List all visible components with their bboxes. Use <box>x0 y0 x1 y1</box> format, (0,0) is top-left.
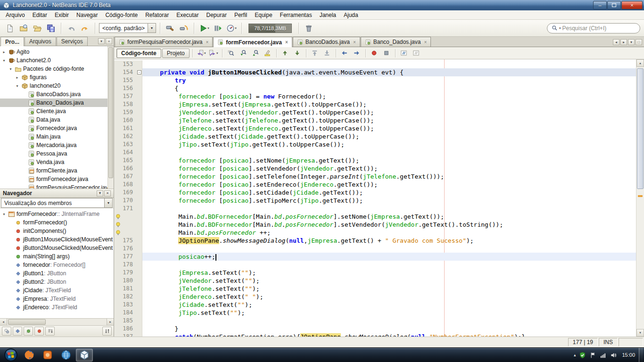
project-item-main-java[interactable]: Main.java <box>0 132 107 141</box>
project-item-figuras[interactable]: ▸figuras <box>0 73 107 82</box>
scroll-up-icon[interactable]: ▴ <box>636 59 644 67</box>
start-button[interactable] <box>4 348 17 362</box>
uncomment-button[interactable] <box>411 49 422 58</box>
project-item-agito[interactable]: ▸Agito <box>0 48 107 56</box>
member-initcomponents[interactable]: initComponents() <box>0 227 114 235</box>
navigator-root[interactable]: ▾formFornecedor :: JInternalFrame <box>0 210 114 218</box>
sidebar-tab-servi-os[interactable]: Serviços <box>57 37 88 46</box>
navigator-header[interactable]: Navegador ▾ × <box>0 189 114 198</box>
dropdown-caret-icon[interactable]: ▾ <box>207 26 209 30</box>
menu-arquivo[interactable]: Arquivo <box>2 11 29 19</box>
sort-by-source-button[interactable] <box>102 327 112 336</box>
sort-alpha-button[interactable] <box>45 327 55 336</box>
view-selector[interactable]: Visualização dos membros ▼ <box>1 198 113 208</box>
projects-panel[interactable]: ▸Agito▾Lanchonet2.0▾Pacotes de código-fo… <box>0 46 114 189</box>
close-tab-icon[interactable]: × <box>285 40 288 45</box>
record-macro-button[interactable] <box>381 49 392 58</box>
member-fornecedor[interactable]: fornecedor : Fornecedor[] <box>0 261 114 269</box>
menu-equipe[interactable]: Equipe <box>251 11 276 19</box>
scroll-tabs-left-button[interactable]: ◂ <box>613 39 619 45</box>
minimize-button[interactable]: – <box>593 1 607 9</box>
history-back-button[interactable]: ▾ <box>196 49 207 58</box>
new-project-button[interactable] <box>17 22 30 34</box>
project-tree[interactable]: ▸Agito▾Lanchonet2.0▾Pacotes de código-fo… <box>0 46 107 189</box>
find-previous-button[interactable] <box>250 49 261 58</box>
memory-monitor[interactable]: 78,7/118,3MB <box>248 24 292 33</box>
show-fields-button[interactable] <box>13 327 22 336</box>
shift-left-button[interactable] <box>339 49 350 58</box>
member-main-string-args[interactable]: main(String[] args) <box>0 252 114 261</box>
comment-button[interactable] <box>398 49 410 58</box>
project-item-pessoa-java[interactable]: Pessoa.java <box>0 149 107 158</box>
show-static-button[interactable] <box>24 327 33 336</box>
editor-vscrollbar[interactable]: ▴ ▾ <box>636 59 644 337</box>
navigator-close-button[interactable]: × <box>104 190 111 197</box>
taskbar-clock[interactable]: 15:00 <box>618 352 639 358</box>
editor-tab-banco-dados-java[interactable]: Banco_Dados.java× <box>361 37 431 47</box>
warning-badge[interactable] <box>114 213 136 221</box>
project-item-data-java[interactable]: Data.java <box>0 115 107 124</box>
scroll-tabs-right-button[interactable]: ▸ <box>620 39 627 45</box>
restore-button[interactable] <box>607 1 621 9</box>
occurrence-mark[interactable] <box>638 195 643 197</box>
member-jcidade[interactable]: jCidade : JTextField <box>0 286 114 295</box>
history-forward-button[interactable]: ▾ <box>208 49 219 58</box>
navigator-hscrollbar[interactable]: ◂ ▸ <box>0 318 114 325</box>
vscroll-thumb[interactable] <box>108 47 113 178</box>
dropdown-caret-icon[interactable]: ▾ <box>235 26 237 30</box>
project-item-lanchonet2-0[interactable]: ▾Lanchonet2.0 <box>0 56 107 65</box>
source-view-button[interactable]: Código-fonte <box>116 49 161 58</box>
maximize-editor-button[interactable]: □ <box>636 39 642 45</box>
next-bookmark-button[interactable] <box>322 49 333 58</box>
find-next-button[interactable] <box>238 49 249 58</box>
menu-ajuda[interactable]: Ajuda <box>340 11 362 19</box>
project-item-formcliente-java[interactable]: formCliente.java <box>0 166 107 175</box>
show-non-public-button[interactable] <box>34 327 44 336</box>
menu-c-digo-fonte[interactable]: Código-fonte <box>101 11 141 19</box>
panel-minimize-button[interactable]: ▾ <box>98 38 105 44</box>
toggle-highlight-button[interactable] <box>262 49 273 58</box>
member-jbutton2mouseclicked-mouseevent-evt[interactable]: jButton2MouseClicked(MouseEvent evt) <box>0 244 114 252</box>
expand-toggle-icon[interactable]: ▾ <box>1 212 7 216</box>
build-button[interactable] <box>164 22 176 34</box>
expand-toggle-icon[interactable]: ▸ <box>14 75 20 80</box>
show-inherited-button[interactable] <box>2 327 11 336</box>
find-selection-button[interactable] <box>225 49 237 58</box>
navigator-minimize-button[interactable]: ▾ <box>97 190 103 197</box>
member-jbutton1mouseclicked-mouseevent-evt[interactable]: jButton1MouseClicked(MouseEvent evt) <box>0 235 114 244</box>
expand-toggle-icon[interactable]: ▾ <box>14 84 20 88</box>
project-item-formfornecedor-java[interactable]: formFornecedor.java <box>0 175 107 183</box>
project-tree-vscrollbar[interactable] <box>107 46 114 189</box>
expand-toggle-icon[interactable]: ▾ <box>1 58 7 63</box>
menu-perfil[interactable]: Perfil <box>231 11 251 19</box>
sidebar-tab-pro[interactable]: Pro... <box>0 37 24 46</box>
hscroll-track[interactable] <box>7 319 107 325</box>
code-editor[interactable]: 153154- private void jButton1MouseClicke… <box>114 59 636 337</box>
warning-icon[interactable] <box>115 230 121 236</box>
hscroll-thumb[interactable] <box>8 319 46 325</box>
tray-volume[interactable] <box>610 352 617 359</box>
project-item-cliente-java[interactable]: Cliente.java <box>0 107 107 115</box>
editor-tab-formfornecedor-java[interactable]: formFornecedor.java× <box>213 37 292 47</box>
clean-build-button[interactable] <box>178 22 190 34</box>
member-jbutton2[interactable]: jButton2 : JButton <box>0 278 114 286</box>
vscroll-thumb[interactable] <box>637 68 644 189</box>
expand-toggle-icon[interactable]: ▸ <box>1 50 7 54</box>
shift-right-button[interactable] <box>351 49 363 58</box>
menu-ferramentas[interactable]: Ferramentas <box>276 11 316 19</box>
menu-janela[interactable]: Janela <box>316 11 340 19</box>
taskbar-app-app-blue[interactable] <box>58 349 74 362</box>
project-item-mercadoria-java[interactable]: Mercadoria.java <box>0 141 107 149</box>
member-jendereco[interactable]: jEndereco : JTextField <box>0 303 114 312</box>
warning-icon[interactable] <box>115 214 121 220</box>
menu-executar[interactable]: Executar <box>173 11 202 19</box>
new-file-button[interactable] <box>4 22 16 34</box>
panel-close-button[interactable]: × <box>106 38 112 44</box>
member-jbutton1[interactable]: jButton1 : JButton <box>0 269 114 278</box>
member-jempresa[interactable]: jEmpresa : JTextField <box>0 295 114 303</box>
design-view-button[interactable]: Projeto <box>162 49 190 58</box>
show-desktop-button[interactable] <box>639 348 643 362</box>
menu-navegar[interactable]: Navegar <box>73 11 101 19</box>
quick-search-input[interactable] <box>562 25 636 32</box>
menu-editar[interactable]: Editar <box>29 11 51 19</box>
